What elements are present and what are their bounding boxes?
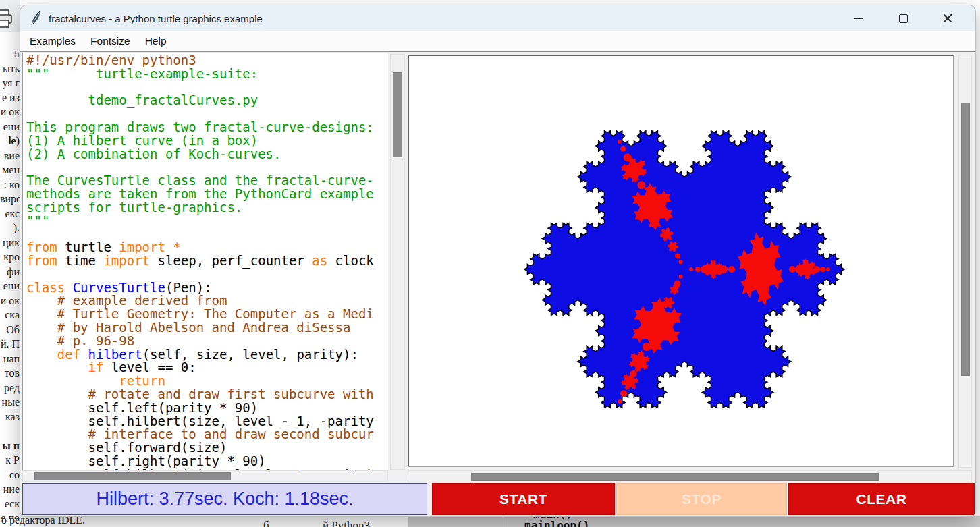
page-text-fragment: le) bbox=[0, 134, 20, 148]
window-title: fractalcurves - a Python turtle graphics… bbox=[49, 13, 263, 24]
menu-item-help[interactable]: Help bbox=[138, 35, 173, 47]
page-text-fragment: и ок bbox=[0, 105, 20, 119]
page-text-fragment: ыть bbox=[0, 61, 20, 76]
code-vscrollbar[interactable] bbox=[390, 54, 405, 470]
title-bar[interactable]: fractalcurves - a Python turtle graphics… bbox=[20, 5, 975, 31]
background-page-text: б bbox=[263, 519, 269, 527]
page-text-fragment: цик bbox=[0, 235, 20, 250]
background-page-text-column: 5ытьуя ге изи окениle)виемен: ковироекс)… bbox=[0, 47, 20, 519]
clear-button[interactable]: CLEAR bbox=[788, 483, 975, 515]
code-line: """ turtle-example-suite: bbox=[26, 67, 374, 81]
page-text-fragment: ред bbox=[0, 381, 20, 395]
code-line: """ bbox=[26, 215, 374, 228]
canvas-hscroll-thumb[interactable] bbox=[471, 473, 879, 481]
page-text-fragment: : ко bbox=[0, 177, 20, 192]
background-page-text: й Python3 bbox=[323, 519, 370, 527]
page-text-fragment: и ок bbox=[0, 294, 20, 308]
page-text-fragment: ени bbox=[0, 279, 20, 294]
status-text: Hilbert: 3.77sec. Koch: 1.18sec. bbox=[96, 489, 353, 509]
page-text-fragment: тов bbox=[0, 366, 20, 381]
page-text-fragment: ). bbox=[0, 221, 20, 235]
code-editor[interactable]: #!/usr/bin/env python3""" turtle-example… bbox=[22, 53, 388, 470]
divider bbox=[503, 516, 503, 527]
main-content: #!/usr/bin/env python3""" turtle-example… bbox=[20, 51, 975, 483]
feather-icon bbox=[30, 11, 42, 26]
page-text-fragment: екс bbox=[0, 206, 20, 221]
page-text-fragment: ы п bbox=[0, 439, 20, 453]
maximize-button[interactable] bbox=[881, 5, 925, 31]
menu-item-fontsize[interactable]: Fontsize bbox=[84, 35, 137, 47]
maximize-icon bbox=[899, 14, 908, 23]
code-line: (2) A combination of Koch-curves. bbox=[26, 148, 374, 161]
status-bar: Hilbert: 3.77sec. Koch: 1.18sec. bbox=[22, 483, 427, 515]
background-code-line: mainloop() bbox=[524, 519, 589, 527]
page-text-fragment: ени bbox=[0, 119, 20, 134]
page-text-fragment: вие bbox=[0, 148, 20, 163]
page-text-fragment: ные bbox=[0, 395, 20, 410]
menu-bar: Examples Fontsize Help bbox=[20, 31, 975, 52]
page-text-fragment: еск bbox=[0, 497, 20, 511]
window-controls bbox=[836, 5, 970, 31]
page-text-fragment: уя г bbox=[0, 76, 20, 90]
stop-button[interactable]: STOP bbox=[616, 483, 787, 515]
printer-icon bbox=[0, 9, 13, 29]
minimize-icon bbox=[854, 18, 863, 19]
page-text-fragment: 5 bbox=[0, 47, 20, 61]
desktop: 5ытьуя ге изи окениle)виемен: ковироекс)… bbox=[0, 0, 980, 527]
page-text-fragment: со bbox=[0, 468, 20, 482]
page-text-fragment: кро bbox=[0, 250, 20, 265]
code-hscrollbar[interactable] bbox=[22, 470, 388, 482]
close-button[interactable] bbox=[925, 5, 970, 31]
code-vscroll-thumb[interactable] bbox=[393, 72, 402, 157]
page-text-fragment: каз bbox=[0, 410, 20, 424]
code-line: tdemo_fractalCurves.py bbox=[26, 94, 374, 107]
page-text-fragment: ние bbox=[0, 482, 20, 497]
menu-item-examples[interactable]: Examples bbox=[23, 35, 82, 47]
page-text-fragment: фи bbox=[0, 265, 20, 279]
page-text-fragment: ска bbox=[0, 308, 20, 323]
code-line: scripts for turtle-graphics. bbox=[26, 201, 374, 215]
background-browser-chrome bbox=[0, 0, 20, 32]
code-content: #!/usr/bin/env python3""" turtle-example… bbox=[26, 54, 374, 470]
code-line: from time import sleep, perf_counter as … bbox=[26, 254, 374, 268]
start-button[interactable]: START bbox=[432, 483, 615, 515]
minimize-button[interactable] bbox=[836, 5, 881, 31]
code-hscroll-thumb[interactable] bbox=[34, 472, 231, 480]
page-text-fragment: к Р bbox=[0, 453, 20, 468]
page-text-fragment: Об bbox=[0, 323, 20, 337]
page-text-fragment: виро bbox=[0, 192, 20, 206]
canvas-frame bbox=[408, 55, 954, 467]
page-text-fragment: й. П bbox=[0, 337, 20, 352]
turtledemo-window: fractalcurves - a Python turtle graphics… bbox=[20, 5, 975, 516]
page-text-fragment: нап bbox=[0, 352, 20, 366]
turtle-canvas[interactable] bbox=[409, 56, 953, 466]
background-code-block: main() mainloop() bbox=[408, 516, 980, 527]
canvas-vscrollbar[interactable] bbox=[958, 55, 972, 468]
page-text-fragment: е из bbox=[0, 90, 20, 105]
page-text-fragment: мен bbox=[0, 163, 20, 177]
canvas-hscrollbar[interactable] bbox=[408, 470, 972, 482]
page-text-fragment bbox=[0, 424, 20, 439]
close-icon bbox=[943, 13, 952, 23]
canvas-vscroll-thumb[interactable] bbox=[961, 103, 970, 376]
